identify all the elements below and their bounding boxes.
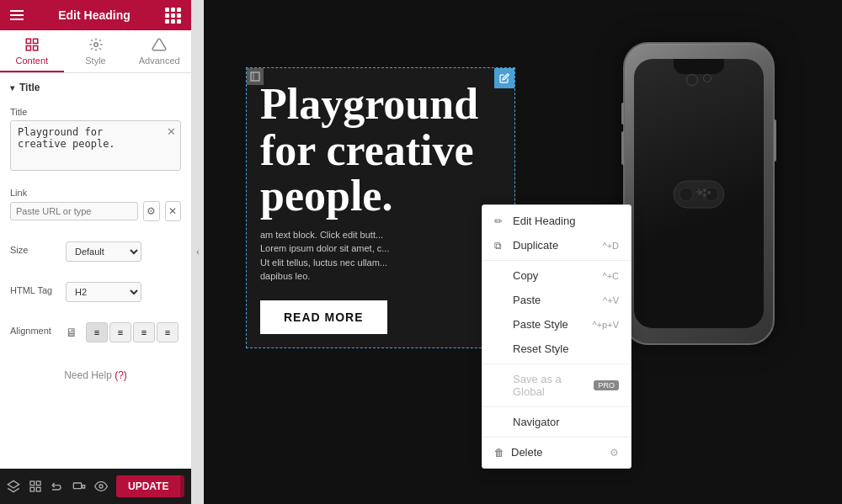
svg-rect-12 xyxy=(251,72,259,81)
ctx-duplicate[interactable]: ⧉ Duplicate ^+D xyxy=(482,233,631,257)
section-arrow-icon: ▾ xyxy=(10,83,14,93)
need-help-section: Need Help (?) xyxy=(0,358,191,393)
phone-outer-frame xyxy=(623,42,775,345)
apps-grid-icon[interactable] xyxy=(165,8,181,24)
panel-tabs: Content Style Advanced xyxy=(0,30,191,73)
ctx-pro-badge: PRO xyxy=(594,380,619,390)
layers2-icon-btn[interactable] xyxy=(29,480,42,493)
duplicate-icon: ⧉ xyxy=(494,240,506,252)
tab-advanced[interactable]: Advanced xyxy=(127,30,191,72)
ctx-divider-1 xyxy=(482,260,631,261)
canvas-edit-handle[interactable] xyxy=(494,68,514,88)
link-field-row: ⚙ ✕ xyxy=(10,201,181,221)
canvas-read-more-btn[interactable]: READ MORE xyxy=(260,300,387,334)
size-select[interactable]: Default xyxy=(66,241,141,262)
title-field-group: Title Playground for creative people. ✕ xyxy=(0,102,191,183)
html-tag-field-row: HTML Tag H2 xyxy=(10,282,181,302)
main-canvas: Playground for creative people. am text … xyxy=(204,0,842,504)
html-tag-select[interactable]: H2 xyxy=(66,282,141,302)
svg-rect-0 xyxy=(26,39,30,43)
ctx-duplicate-label: Duplicate xyxy=(513,239,558,252)
ctx-save-global: Save as a Global PRO xyxy=(482,367,631,404)
title-delete-btn[interactable]: ✕ xyxy=(167,125,176,138)
svg-rect-8 xyxy=(30,487,35,491)
canvas-element[interactable]: Playground for creative people. am text … xyxy=(246,67,515,348)
phone-power-btn xyxy=(774,119,776,162)
update-arrow-btn[interactable]: ▲ xyxy=(180,475,184,497)
panel-collapse-tab[interactable]: ‹ xyxy=(192,0,204,504)
panel-title: Edit Heading xyxy=(24,8,165,22)
ctx-navigator[interactable]: Navigator xyxy=(482,410,631,434)
panel-header: Edit Heading xyxy=(0,0,191,30)
title-field-label: Title xyxy=(10,107,181,117)
alignment-group: ≡ ≡ ≡ ≡ xyxy=(86,322,179,342)
need-help-link[interactable]: (?) xyxy=(115,369,127,381)
undo-icon-btn[interactable] xyxy=(51,480,64,493)
preview-icon-btn[interactable] xyxy=(94,480,108,493)
html-tag-field-group: HTML Tag H2 xyxy=(0,277,191,317)
svg-point-19 xyxy=(703,188,706,192)
context-menu: ✏ Edit Heading ⧉ Duplicate ^+D Copy ^+C … xyxy=(482,204,632,469)
canvas-body-text: am text block. Click edit butt... Lorem … xyxy=(247,220,514,292)
ctx-reset-style-label: Reset Style xyxy=(513,342,568,355)
ctx-edit-heading-label: Edit Heading xyxy=(513,215,575,227)
ctx-paste[interactable]: Paste ^+V xyxy=(482,288,631,312)
ctx-paste-style-label: Paste Style xyxy=(513,318,568,331)
svg-rect-1 xyxy=(33,39,37,43)
align-justify-btn[interactable]: ≡ xyxy=(157,322,179,342)
phone-mockup xyxy=(623,42,775,345)
tab-style[interactable]: Style xyxy=(64,30,128,72)
hamburger-menu-icon[interactable] xyxy=(10,10,24,20)
canvas-heading-text: Playground for creative people. xyxy=(247,68,514,220)
ctx-navigator-label: Navigator xyxy=(513,416,560,428)
svg-point-20 xyxy=(707,191,711,194)
canvas-cta-area: READ MORE xyxy=(247,292,514,347)
ctx-copy[interactable]: Copy ^+C xyxy=(482,263,631,288)
tab-advanced-label: Advanced xyxy=(139,56,180,66)
ctx-edit-heading[interactable]: ✏ Edit Heading xyxy=(482,209,631,233)
align-right-btn[interactable]: ≡ xyxy=(133,322,155,342)
phone-camera-area xyxy=(686,74,711,86)
ctx-delete-settings-icon: ⚙ xyxy=(610,447,619,459)
layers-icon-btn[interactable] xyxy=(7,480,20,493)
align-left-btn[interactable]: ≡ xyxy=(86,322,108,342)
phone-vol-mute-btn xyxy=(621,103,624,125)
phone-camera-secondary-lens xyxy=(703,74,711,82)
ctx-duplicate-shortcut: ^+D xyxy=(602,241,619,251)
svg-rect-10 xyxy=(73,483,81,489)
ctx-paste-style[interactable]: Paste Style ^+p+V xyxy=(482,312,631,337)
ctx-delete-label: Delete xyxy=(511,446,543,459)
svg-rect-7 xyxy=(36,481,40,485)
link-input[interactable] xyxy=(10,202,138,220)
monitor-icon[interactable]: 🖥 xyxy=(66,326,77,339)
link-settings-btn[interactable]: ⚙ xyxy=(143,201,160,221)
link-field-group: Link ⚙ ✕ xyxy=(0,183,191,236)
alignment-field-row: Alignment 🖥 ≡ ≡ ≡ ≡ xyxy=(10,322,181,342)
link-delete-btn[interactable]: ✕ xyxy=(165,201,182,221)
tab-content[interactable]: Content xyxy=(0,30,64,72)
responsive-icon-btn[interactable] xyxy=(72,480,86,493)
pencil-icon: ✏ xyxy=(494,215,506,227)
alignment-field-group: Alignment 🖥 ≡ ≡ ≡ ≡ xyxy=(0,317,191,358)
update-main-btn[interactable]: UPDATE xyxy=(116,475,180,497)
trash-icon: 🗑 xyxy=(494,447,504,459)
ctx-paste-shortcut: ^+V xyxy=(603,295,619,305)
size-label: Size xyxy=(10,245,61,255)
title-textarea[interactable]: Playground for creative people. xyxy=(10,120,181,171)
ctx-copy-label: Copy xyxy=(513,269,538,282)
need-help-label: Need Help xyxy=(64,369,112,381)
phone-screen-content xyxy=(634,59,764,328)
section-title-header[interactable]: ▾ Title xyxy=(0,73,191,102)
left-panel: Edit Heading Content Style Advanced xyxy=(0,0,192,504)
tab-content-label: Content xyxy=(16,56,49,66)
ctx-divider-4 xyxy=(482,437,631,438)
ctx-divider-3 xyxy=(482,406,631,407)
ctx-paste-label: Paste xyxy=(513,294,541,306)
align-center-btn[interactable]: ≡ xyxy=(109,322,131,342)
ctx-delete[interactable]: 🗑 Delete ⚙ xyxy=(482,440,631,464)
title-textarea-wrapper: Playground for creative people. ✕ xyxy=(10,120,181,174)
svg-point-22 xyxy=(699,191,702,194)
phone-vol-btn xyxy=(621,131,624,165)
svg-marker-5 xyxy=(8,480,19,488)
ctx-reset-style[interactable]: Reset Style xyxy=(482,337,631,361)
